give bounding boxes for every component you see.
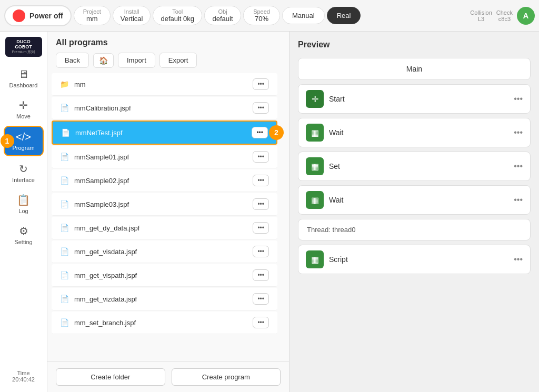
file-more-button[interactable]: ••• xyxy=(253,317,269,328)
manual-button[interactable]: Manual xyxy=(282,7,325,24)
file-icon: 📄 xyxy=(60,247,69,256)
program-icon: </> xyxy=(16,131,31,143)
file-icon: 📄 xyxy=(60,200,69,208)
file-header: All programs Back 🏠 Import Export xyxy=(47,32,289,72)
file-more-button[interactable]: ••• xyxy=(253,151,269,163)
back-button[interactable]: Back xyxy=(56,53,89,68)
preview-node-wait2: ▦ Wait ••• xyxy=(298,185,531,215)
file-list-item[interactable]: 📄mm_get_vispath.jspf••• xyxy=(52,264,277,287)
thread-label: Thread: thread0 xyxy=(307,226,356,234)
project-value: mm xyxy=(86,15,98,23)
file-panel-title: All programs xyxy=(56,38,281,47)
wait1-node-icon: ▦ xyxy=(306,124,324,142)
file-more-button[interactable]: ••• xyxy=(253,246,269,257)
obj-segment[interactable]: Obj default xyxy=(204,6,241,25)
speed-value: 70% xyxy=(255,15,268,23)
preview-panel: Preview Main ✛ Start ••• ▦ Wait ••• ▦ Se… xyxy=(290,32,539,392)
collision-value: L3 xyxy=(478,16,484,22)
wait1-node-more-button[interactable]: ••• xyxy=(514,128,523,137)
file-list-item[interactable]: 📄mm_get_visdata.jspf••• xyxy=(52,240,277,263)
install-label: Install xyxy=(124,8,139,15)
script-node-more-button[interactable]: ••• xyxy=(514,255,523,264)
preview-title: Preview xyxy=(298,40,531,49)
set-node-more-button[interactable]: ••• xyxy=(514,162,523,171)
file-list-item[interactable]: 📄mmCalibration.jspf••• xyxy=(52,97,277,119)
file-list-item[interactable]: 📄mm_set_branch.jspf••• xyxy=(52,311,277,334)
file-more-button[interactable]: ••• xyxy=(253,293,269,305)
avatar[interactable]: A xyxy=(517,7,535,25)
sidebar-item-interface[interactable]: ↻ Interface xyxy=(4,158,44,187)
wait2-node-icon: ▦ xyxy=(306,191,324,209)
file-name-label: mmCalibration.jspf xyxy=(74,104,253,112)
file-more-button[interactable]: ••• xyxy=(253,175,269,186)
install-segment[interactable]: Install Vertical xyxy=(113,6,151,25)
wait2-node-label: Wait xyxy=(329,196,508,204)
collision-info: Collision L3 xyxy=(470,9,492,22)
import-button[interactable]: Import xyxy=(118,53,155,68)
real-button[interactable]: Real xyxy=(327,7,361,24)
file-more-button[interactable]: ••• xyxy=(253,222,269,234)
file-list-item[interactable]: 📄mmSample02.jspf••• xyxy=(52,169,277,192)
log-icon: 📋 xyxy=(17,194,30,206)
sidebar-time: Time 20:40:42 xyxy=(8,366,39,387)
file-icon: 📄 xyxy=(60,224,69,232)
script-node-icon: ▦ xyxy=(306,250,324,268)
preview-node-script: ▦ Script ••• xyxy=(298,245,531,274)
collision-label: Collision xyxy=(470,9,492,16)
start-node-label: Start xyxy=(329,95,508,103)
home-button[interactable]: 🏠 xyxy=(93,53,114,68)
project-label: Project xyxy=(83,8,101,15)
folder-icon: 📁 xyxy=(60,80,69,88)
file-list-item[interactable]: 📄mmSample03.jspf••• xyxy=(52,193,277,216)
preview-main-block: Main xyxy=(298,58,531,80)
time-label: Time xyxy=(12,370,35,376)
setting-label: Setting xyxy=(14,239,32,245)
sidebar-item-dashboard[interactable]: 🖥 Dashboard xyxy=(4,64,44,93)
export-button[interactable]: Export xyxy=(159,53,197,68)
file-list-item[interactable]: 📄mmSample01.jspf••• xyxy=(52,146,277,168)
tool-label: Tool xyxy=(172,8,183,15)
file-more-button[interactable]: ••• xyxy=(253,102,269,114)
create-program-button[interactable]: Create program xyxy=(172,368,281,386)
badge-1: 1 xyxy=(1,134,14,148)
file-list-item[interactable]: 📁mm••• xyxy=(52,73,277,96)
script-node-label: Script xyxy=(329,255,508,264)
tool-segment[interactable]: Tool default 0kg xyxy=(153,6,202,25)
interface-icon: ↻ xyxy=(19,163,28,175)
log-label: Log xyxy=(18,208,28,214)
time-value: 20:40:42 xyxy=(12,376,35,383)
file-list: 📁mm•••📄mmCalibration.jspf•••📄mmNetTest.j… xyxy=(47,72,289,361)
badge-2: 2 xyxy=(269,125,284,140)
tool-value: default 0kg xyxy=(161,15,194,23)
file-more-button[interactable]: ••• xyxy=(253,198,269,210)
dashboard-icon: 🖥 xyxy=(18,68,29,81)
preview-thread-block: Thread: thread0 xyxy=(298,219,531,240)
sidebar-item-move[interactable]: ✛ Move xyxy=(4,95,44,124)
file-name-label: mm_get_vispath.jspf xyxy=(74,272,253,279)
set-node-label: Set xyxy=(329,162,508,170)
file-list-item[interactable]: 📄mm_get_vizdata.jspf••• xyxy=(52,288,277,310)
file-icon: 📄 xyxy=(60,295,69,303)
start-node-more-button[interactable]: ••• xyxy=(514,94,523,104)
move-label: Move xyxy=(16,113,31,119)
speed-label: Speed xyxy=(253,8,270,15)
sidebar-item-setting[interactable]: ⚙ Setting xyxy=(4,220,44,249)
obj-value: default xyxy=(213,15,233,23)
file-more-button[interactable]: ••• xyxy=(253,269,269,281)
wait2-node-more-button[interactable]: ••• xyxy=(514,195,523,205)
file-list-item[interactable]: 📄mm_get_dy_data.jspf••• xyxy=(52,217,277,239)
speed-segment[interactable]: Speed 70% xyxy=(243,6,280,25)
file-icon: 📄 xyxy=(60,104,69,112)
sidebar-item-program[interactable]: </> Program 1 xyxy=(4,126,44,156)
file-list-item[interactable]: 📄mmNetTest.jspf•••2 xyxy=(52,120,277,145)
project-segment[interactable]: Project mm xyxy=(74,6,111,25)
power-button[interactable]: Power off xyxy=(4,5,72,26)
file-icon: 📄 xyxy=(61,128,70,137)
file-name-label: mmSample02.jspf xyxy=(74,177,253,185)
file-list-container: 📁mm•••📄mmCalibration.jspf•••📄mmNetTest.j… xyxy=(47,72,289,361)
create-folder-button[interactable]: Create folder xyxy=(56,368,165,386)
sidebar-item-log[interactable]: 📋 Log xyxy=(4,189,44,218)
check-info: Check c8c3 xyxy=(496,9,513,22)
file-more-button[interactable]: ••• xyxy=(253,78,269,90)
file-more-button[interactable]: ••• xyxy=(252,127,268,138)
